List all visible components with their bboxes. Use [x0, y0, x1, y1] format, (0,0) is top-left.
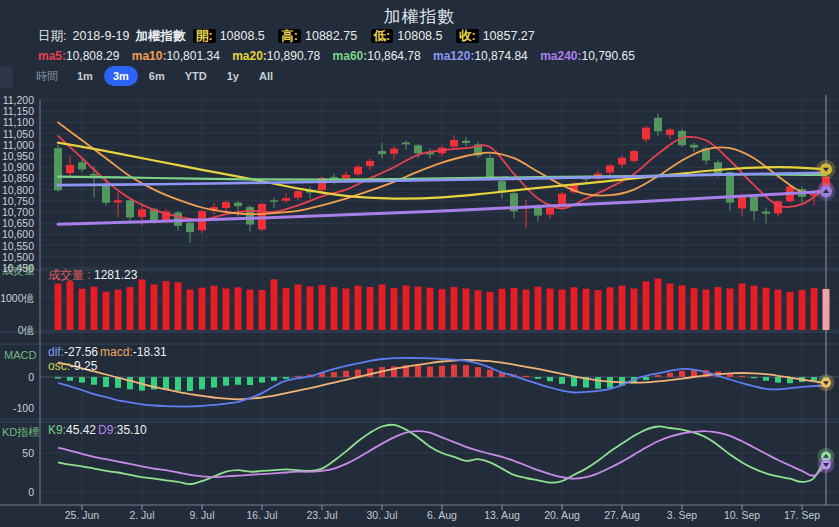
time-range-toolbar: 時間 1m 3m 6m YTD 1y All	[36, 66, 284, 86]
time-label: 時間	[36, 69, 58, 84]
k9-label: K9:	[48, 423, 66, 437]
ma20-label: ma20:	[232, 49, 267, 63]
y-axis-label: 10,900	[0, 161, 34, 173]
d9-label: D9:	[98, 423, 117, 437]
ohlc-legend: 日期:2018-9-19加權指數 開:10808.5 高:10882.75 低:…	[38, 28, 545, 45]
ma20-value: 10,890.78	[267, 49, 320, 63]
page-title: 加權指數	[0, 5, 839, 28]
d9-value: 35.10	[117, 423, 147, 437]
y-axis-label: 10,950	[0, 150, 34, 162]
x-axis-label: 10. Sep	[714, 509, 770, 521]
ma20-latest-badge	[817, 160, 836, 179]
y-axis-label: 10,550	[0, 240, 34, 252]
volume-y-label: 1000億	[0, 292, 34, 306]
kd-y-label: 50	[0, 447, 34, 459]
ma60-value: 10,864.78	[367, 49, 420, 63]
macd-legend-line2: osc:-9.25	[48, 359, 99, 373]
dif-label: dif:	[48, 345, 64, 359]
date-value: 2018-9-19	[72, 29, 129, 43]
range-button-1m[interactable]: 1m	[68, 66, 102, 86]
high-badge: 高:	[278, 29, 301, 43]
low-badge: 低:	[371, 29, 394, 43]
y-axis-label: 10,700	[0, 206, 34, 218]
y-axis-label: 11,050	[0, 128, 34, 140]
edge-collapsed-button[interactable]	[0, 66, 13, 88]
macd-y-label: 0	[0, 371, 34, 383]
y-axis-label: 10,600	[0, 228, 34, 240]
range-button-ytd[interactable]: YTD	[176, 66, 216, 86]
y-axis-label: 10,650	[0, 217, 34, 229]
macd-legend-line1: dif:-27.56macd:-18.31	[48, 345, 169, 359]
kd-y-label: 0	[0, 486, 34, 498]
kd-panel-label: KD指標	[2, 425, 39, 440]
index-name: 加權指數	[135, 29, 185, 43]
macd-y-label: -100	[0, 402, 34, 414]
k9-value: 45.42	[66, 423, 96, 437]
y-axis-label: 10,850	[0, 172, 34, 184]
open-value: 10808.5	[220, 29, 265, 43]
y-axis-label: 11,100	[0, 116, 34, 128]
x-axis-label: 2. Jul	[114, 509, 170, 521]
x-axis-label: 17. Sep	[774, 509, 830, 521]
ma240-latest-badge	[817, 182, 836, 201]
ma120-label: ma120:	[433, 49, 474, 63]
macd-value: -18.31	[133, 345, 167, 359]
dif-value: -27.56	[64, 345, 98, 359]
macd-latest-badge	[818, 374, 835, 391]
range-button-3m[interactable]: 3m	[104, 66, 138, 86]
x-axis-label: 6. Aug	[414, 509, 470, 521]
ma5-value: 10,808.29	[66, 49, 119, 63]
volume-legend-value: 1281.23	[94, 268, 137, 282]
close-badge: 收:	[456, 29, 479, 43]
x-axis-label: 30. Jul	[354, 509, 410, 521]
range-button-6m[interactable]: 6m	[140, 66, 174, 86]
x-axis-label: 9. Jul	[174, 509, 230, 521]
macd-label: macd:	[100, 345, 133, 359]
y-axis-label: 10,750	[0, 195, 34, 207]
low-value: 10808.5	[397, 29, 442, 43]
x-axis-label: 3. Sep	[654, 509, 710, 521]
high-value: 10882.75	[305, 29, 357, 43]
ma10-value: 10,801.34	[166, 49, 219, 63]
ma120-value: 10,874.84	[474, 49, 527, 63]
open-badge: 開:	[193, 29, 216, 43]
d-latest-badge	[818, 456, 835, 473]
x-axis-label: 25. Jun	[54, 509, 110, 521]
y-axis-label: 11,000	[0, 139, 34, 151]
x-axis-label: 23. Jul	[294, 509, 350, 521]
volume-y-label: 0億	[0, 324, 34, 338]
x-axis-label: 16. Jul	[234, 509, 290, 521]
range-button-all[interactable]: All	[250, 66, 282, 86]
y-axis-label: 11,200	[0, 94, 34, 106]
volume-legend-label: 成交量 :	[48, 268, 91, 282]
date-label: 日期:	[38, 29, 66, 43]
y-axis-label: 10,800	[0, 184, 34, 196]
y-axis-label: 10,450	[0, 262, 34, 274]
range-button-1y[interactable]: 1y	[218, 66, 248, 86]
close-value: 10857.27	[483, 29, 535, 43]
x-axis-label: 20. Aug	[534, 509, 590, 521]
ma240-label: ma240:	[540, 49, 581, 63]
osc-value: -9.25	[70, 359, 97, 373]
y-axis-label: 11,150	[0, 105, 34, 117]
stock-chart-app: 加權指數 日期:2018-9-19加權指數 開:10808.5 高:10882.…	[0, 0, 839, 527]
volume-legend: 成交量 : 1281.23	[48, 267, 139, 284]
ma-legend: ma5:10,808.29 ma10:10,801.34 ma20:10,890…	[38, 49, 644, 63]
osc-label: osc:	[48, 359, 70, 373]
kd-legend: K9:45.42D9:35.10	[48, 423, 149, 437]
x-axis-label: 27. Aug	[594, 509, 650, 521]
ma60-label: ma60:	[333, 49, 368, 63]
y-axis-label: 10,500	[0, 251, 34, 263]
x-axis-label: 13. Aug	[474, 509, 530, 521]
ma10-label: ma10:	[132, 49, 167, 63]
ma240-value: 10,790.65	[582, 49, 635, 63]
macd-panel-label: MACD	[4, 349, 36, 361]
ma5-label: ma5:	[38, 49, 66, 63]
